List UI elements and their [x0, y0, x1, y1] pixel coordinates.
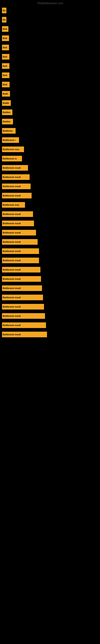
bar-label: Bottlen — [3, 111, 10, 114]
bar-fill: Bottlenec — [2, 128, 16, 134]
bar-row: Bottleneck r — [0, 137, 100, 143]
bar-label: Bottleneck result — [3, 185, 21, 188]
bar-label: Bott — [3, 37, 7, 40]
bar-row: Bott — [0, 72, 100, 78]
bar-fill: Bottleneck result — [2, 267, 40, 272]
bar-label: Bottleneck re — [3, 158, 17, 160]
bar-row: Bott — [0, 82, 100, 87]
bar-label: Bottleneck result — [3, 222, 21, 224]
bar-label: Bottleneck result — [3, 167, 21, 169]
bar-fill: Bott — [2, 63, 9, 69]
bar-label: Bottleneck result — [3, 306, 21, 308]
bar-row: Bott — [0, 36, 100, 41]
bar-fill: Bottleneck r — [2, 137, 19, 143]
bar-fill: Bottleneck result — [2, 174, 30, 180]
bar-row: Bottleneck result — [0, 193, 100, 198]
bar-row: Bottleneck resu — [0, 202, 100, 208]
bar-label: Bott — [3, 74, 7, 76]
bar-label: Bottleneck resu — [3, 204, 19, 206]
bar-row: Bottleneck result — [0, 230, 100, 236]
bar-row: Bottleneck result — [0, 276, 100, 282]
bar-label: Bottleneck result — [3, 333, 21, 336]
bar-row: Bottleneck resu — [0, 146, 100, 152]
bar-row: Bottleneck result — [0, 313, 100, 319]
bar-fill: Bottleneck result — [2, 304, 44, 310]
bar-label: Bottleneck result — [3, 259, 21, 262]
bar-row: Bott — [0, 63, 100, 69]
bars-wrapper: BoBoBottBottBottBottBottBottBottBottlBot… — [0, 6, 100, 337]
bar-row: Bottleneck result — [0, 295, 100, 300]
bar-row: Bottleneck result — [0, 174, 100, 180]
bar-label: Bott — [3, 56, 7, 58]
bar-fill: Bott — [2, 54, 9, 60]
bar-label: Bottleneck result — [3, 268, 21, 271]
bar-fill: Bottleneck result — [2, 193, 32, 198]
bar-label: Bottleneck result — [3, 250, 21, 252]
bar-row: Bottleneck result — [0, 332, 100, 337]
bar-row: Bottleneck result — [0, 248, 100, 254]
bar-label: Bottleneck result — [3, 324, 21, 326]
bar-row: Bottleneck result — [0, 220, 100, 226]
bar-fill: Bottleneck result — [2, 313, 45, 319]
bar-row: Bottleneck result — [0, 211, 100, 217]
bar-fill: Bottleneck result — [2, 211, 33, 217]
bar-fill: Bott — [2, 26, 8, 32]
bar-fill: Bott — [2, 45, 9, 50]
bar-row: Bottleneck re — [0, 156, 100, 162]
bar-label: Bott — [3, 65, 7, 67]
bar-row: Bottlen — [0, 110, 100, 115]
bar-fill: Bottl — [2, 91, 10, 96]
bar-row: Bottlenec — [0, 128, 100, 134]
bar-fill: Bottleneck result — [2, 258, 39, 263]
bar-row: Bott — [0, 54, 100, 60]
bar-fill: Bott — [2, 82, 10, 87]
bar-label: Bottleneck result — [3, 213, 21, 215]
bar-row: Bottlen — [0, 119, 100, 124]
bar-fill: Bott — [2, 72, 9, 78]
bar-fill: Bottleneck resu — [2, 146, 24, 152]
bar-label: Bott — [3, 28, 7, 30]
bar-row: Bo — [0, 8, 100, 13]
bar-row: Bottleneck result — [0, 184, 100, 189]
bar-fill: Bottleneck re — [2, 156, 22, 162]
bar-fill: Bottleneck result — [2, 332, 47, 337]
bar-fill: Bottlen — [2, 110, 12, 115]
bar-row: Bottleneck result — [0, 285, 100, 291]
bar-label: Bottl — [3, 92, 8, 95]
bar-fill: Bottleneck result — [2, 165, 28, 171]
bar-row: Bottleneck result — [0, 239, 100, 245]
bar-fill: Bottlen — [2, 119, 13, 124]
bar-fill: Bott — [2, 36, 9, 41]
bar-row: Bottleneck result — [0, 267, 100, 272]
bar-row: Bott — [0, 26, 100, 32]
bar-fill: Bottleneck result — [2, 285, 42, 291]
bar-label: Bo — [3, 9, 6, 12]
bar-fill: Bottleneck result — [2, 220, 34, 226]
bar-fill: Bottleneck result — [2, 230, 36, 236]
bar-label: Bottle — [3, 102, 9, 104]
bar-label: Bottlenec — [3, 130, 13, 132]
bar-row: Bottl — [0, 91, 100, 96]
bar-row: Bottle — [0, 100, 100, 106]
bar-label: Bottlen — [3, 120, 10, 123]
bar-label: Bott — [3, 46, 7, 49]
bar-row: Bo — [0, 17, 100, 22]
bar-fill: Bottleneck result — [2, 276, 41, 282]
bar-label: Bottleneck result — [3, 278, 21, 280]
bar-fill: Bo — [2, 17, 6, 22]
bar-label: Bottleneck result — [3, 287, 21, 290]
bar-fill: Bo — [2, 8, 6, 13]
bar-row: Bott — [0, 45, 100, 50]
bar-fill: Bottleneck result — [2, 184, 31, 189]
site-title: TheBottlenecker.com — [0, 0, 100, 6]
bar-label: Bottleneck resu — [3, 148, 19, 150]
bar-label: Bottleneck result — [3, 296, 21, 299]
bar-fill: Bottle — [2, 100, 11, 106]
bar-row: Bottleneck result — [0, 258, 100, 263]
bar-label: Bottleneck result — [3, 241, 21, 243]
bar-label: Bo — [3, 18, 6, 21]
bar-fill: Bottleneck result — [2, 295, 43, 300]
bar-label: Bottleneck r — [3, 139, 16, 141]
bar-row: Bottleneck result — [0, 165, 100, 171]
bar-row: Bottleneck result — [0, 322, 100, 328]
